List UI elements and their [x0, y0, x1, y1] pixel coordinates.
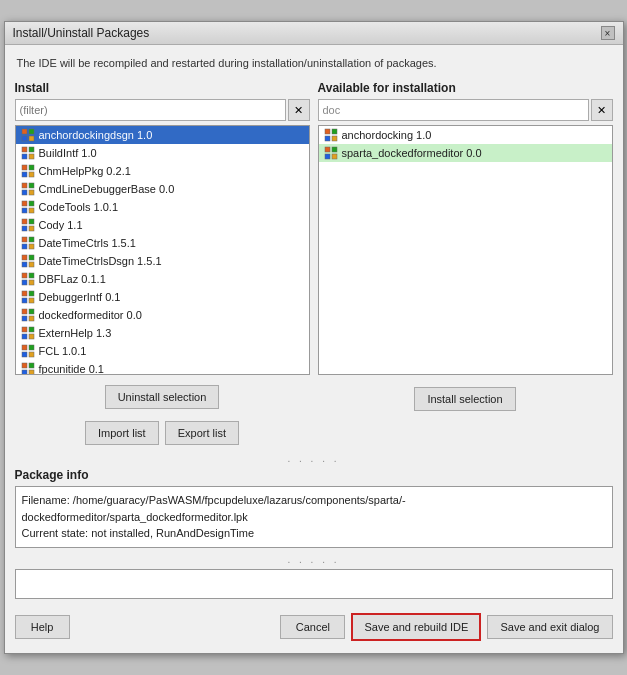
- install-list-item[interactable]: Cody 1.1: [16, 216, 309, 234]
- close-button[interactable]: ×: [601, 26, 615, 40]
- svg-rect-65: [332, 147, 337, 152]
- svg-rect-50: [22, 352, 27, 357]
- footer-buttons: Help Cancel Save and rebuild IDE Save an…: [15, 607, 613, 645]
- uninstall-selection-btn[interactable]: Uninstall selection: [105, 385, 220, 409]
- cancel-button[interactable]: Cancel: [280, 615, 345, 639]
- svg-rect-23: [29, 226, 34, 231]
- svg-rect-2: [22, 136, 27, 141]
- save-exit-button[interactable]: Save and exit dialog: [487, 615, 612, 639]
- svg-rect-8: [22, 165, 27, 170]
- install-list-item[interactable]: ChmHelpPkg 0.2.1: [16, 162, 309, 180]
- window-body: The IDE will be recompiled and restarted…: [5, 45, 623, 653]
- available-item-label: anchordocking 1.0: [342, 129, 432, 141]
- pkg-info-line3: Current state: not installed, RunAndDesi…: [22, 525, 606, 542]
- install-list-item[interactable]: DebuggerIntf 0.1: [16, 288, 309, 306]
- install-list-item[interactable]: BuildIntf 1.0: [16, 144, 309, 162]
- svg-rect-48: [22, 345, 27, 350]
- svg-rect-66: [325, 154, 330, 159]
- svg-rect-60: [325, 129, 330, 134]
- svg-rect-47: [29, 334, 34, 339]
- available-panel-label: Available for installation: [318, 81, 613, 95]
- svg-rect-19: [29, 208, 34, 213]
- install-selection-btn[interactable]: Install selection: [414, 387, 515, 411]
- install-list-item[interactable]: DBFLaz 0.1.1: [16, 270, 309, 288]
- install-item-label: ExternHelp 1.3: [39, 327, 112, 339]
- svg-rect-10: [22, 172, 27, 177]
- install-filter-clear-btn[interactable]: ✕: [288, 99, 310, 121]
- import-list-btn[interactable]: Import list: [85, 421, 159, 445]
- package-icon: [20, 343, 36, 359]
- pkg-info-line1: Filename: /home/guaracy/PasWASM/fpcupdel…: [22, 492, 606, 509]
- svg-rect-51: [29, 352, 34, 357]
- install-item-label: dockedformeditor 0.0: [39, 309, 142, 321]
- svg-rect-32: [22, 273, 27, 278]
- install-list-item[interactable]: FCL 1.0.1: [16, 342, 309, 360]
- install-filter-row: ✕: [15, 99, 310, 121]
- svg-rect-1: [29, 129, 34, 134]
- svg-rect-35: [29, 280, 34, 285]
- available-list[interactable]: anchordocking 1.0 sparta_dockedformedito…: [318, 125, 613, 375]
- svg-rect-49: [29, 345, 34, 350]
- svg-rect-27: [29, 244, 34, 249]
- svg-rect-67: [332, 154, 337, 159]
- install-item-label: DBFLaz 0.1.1: [39, 273, 106, 285]
- svg-rect-6: [22, 154, 27, 159]
- save-rebuild-button[interactable]: Save and rebuild IDE: [351, 613, 481, 641]
- install-list-item[interactable]: CmdLineDebuggerBase 0.0: [16, 180, 309, 198]
- install-list-item[interactable]: dockedformeditor 0.0: [16, 306, 309, 324]
- svg-rect-31: [29, 262, 34, 267]
- install-list-item[interactable]: DateTimeCtrls 1.5.1: [16, 234, 309, 252]
- available-filter-clear-btn[interactable]: ✕: [591, 99, 613, 121]
- svg-rect-20: [22, 219, 27, 224]
- svg-rect-22: [22, 226, 27, 231]
- svg-rect-11: [29, 172, 34, 177]
- bottom-text-box: [15, 569, 613, 599]
- install-item-label: anchordockingdsgn 1.0: [39, 129, 153, 141]
- mid-buttons-row: Uninstall selection Import list Export l…: [15, 381, 613, 449]
- available-list-item[interactable]: sparta_dockedformeditor 0.0: [319, 144, 612, 162]
- package-icon: [20, 145, 36, 161]
- package-icon: [20, 253, 36, 269]
- available-panel: Available for installation ✕ anchordocki…: [318, 81, 613, 375]
- install-list-item[interactable]: DateTimeCtrlsDsgn 1.5.1: [16, 252, 309, 270]
- install-item-label: FCL 1.0.1: [39, 345, 87, 357]
- package-icon: [20, 361, 36, 375]
- svg-rect-44: [22, 327, 27, 332]
- export-list-btn[interactable]: Export list: [165, 421, 239, 445]
- svg-rect-36: [22, 291, 27, 296]
- install-item-label: CodeTools 1.0.1: [39, 201, 119, 213]
- svg-rect-55: [29, 370, 34, 375]
- svg-rect-7: [29, 154, 34, 159]
- main-window: Install/Uninstall Packages × The IDE wil…: [4, 21, 624, 654]
- svg-rect-62: [325, 136, 330, 141]
- info-bar: The IDE will be recompiled and restarted…: [15, 53, 613, 73]
- install-list-item[interactable]: fpcunitide 0.1: [16, 360, 309, 375]
- package-icon: [20, 127, 36, 143]
- svg-rect-14: [22, 190, 27, 195]
- package-icon: [20, 181, 36, 197]
- panels-row: Install ✕ anchordockingdsgn 1.0 BuildInt…: [15, 81, 613, 375]
- package-icon: [20, 289, 36, 305]
- install-list[interactable]: anchordockingdsgn 1.0 BuildIntf 1.0 ChmH…: [15, 125, 310, 375]
- install-btns: Uninstall selection Import list Export l…: [15, 381, 310, 449]
- available-filter-input[interactable]: [318, 99, 589, 121]
- package-icon: [20, 271, 36, 287]
- install-filter-input[interactable]: [15, 99, 286, 121]
- svg-rect-52: [22, 363, 27, 368]
- svg-rect-12: [22, 183, 27, 188]
- help-button[interactable]: Help: [15, 615, 70, 639]
- install-list-item[interactable]: CodeTools 1.0.1: [16, 198, 309, 216]
- package-icon: [20, 325, 36, 341]
- svg-rect-39: [29, 298, 34, 303]
- install-list-item[interactable]: anchordockingdsgn 1.0: [16, 126, 309, 144]
- import-export-row: Import list Export list: [15, 421, 310, 445]
- install-item-label: DateTimeCtrls 1.5.1: [39, 237, 136, 249]
- svg-rect-3: [29, 136, 34, 141]
- svg-rect-37: [29, 291, 34, 296]
- svg-rect-16: [22, 201, 27, 206]
- svg-rect-53: [29, 363, 34, 368]
- svg-rect-17: [29, 201, 34, 206]
- install-list-item[interactable]: ExternHelp 1.3: [16, 324, 309, 342]
- available-list-item[interactable]: anchordocking 1.0: [319, 126, 612, 144]
- package-icon: [20, 307, 36, 323]
